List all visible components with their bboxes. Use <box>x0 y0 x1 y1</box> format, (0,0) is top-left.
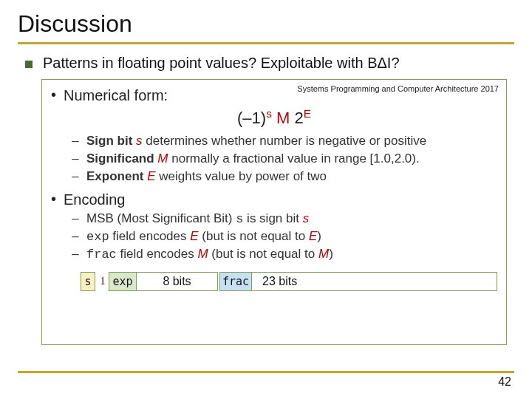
section-encoding: • Encoding <box>51 191 497 208</box>
line-sign: – Sign bit s determines whether number i… <box>72 134 497 149</box>
dash-icon: – <box>72 211 79 226</box>
bullet-level1: Patterns in floating point values? Explo… <box>25 55 511 72</box>
footer: 42 <box>18 371 514 389</box>
section-label: Encoding <box>64 191 125 208</box>
field-exp-width: 8 bits <box>137 272 218 291</box>
line-sign-text: Sign bit s determines whether number is … <box>86 134 426 149</box>
page-number: 42 <box>18 375 514 389</box>
line-significand-text: Significand M normally a fractional valu… <box>86 151 420 166</box>
line-msb: – MSB (Most Significant Bit) s is sign b… <box>72 211 497 226</box>
formula: (–1)s M 2E <box>51 107 497 128</box>
slide: Discussion Patterns in floating point va… <box>0 0 532 399</box>
field-exp: exp <box>109 272 137 291</box>
section-label: Numerical form: <box>64 87 168 104</box>
citation: Systems Programming and Computer Archite… <box>297 84 499 93</box>
formula-neg1: (–1) <box>237 109 266 127</box>
line-exponent-text: Exponent E weights value by power of two <box>86 169 327 184</box>
field-frac: frac <box>219 272 252 291</box>
dash-icon: – <box>72 229 79 244</box>
bullet-square-icon <box>25 61 33 68</box>
formula-s: s <box>266 107 272 120</box>
field-sign-width: 1 <box>95 272 109 291</box>
formula-e: E <box>304 107 311 120</box>
footer-rule <box>18 371 514 373</box>
line-enc-frac-text: frac field encodes M (but is not equal t… <box>86 247 333 262</box>
line-enc-exp: – exp field encodes E (but is not equal … <box>72 229 497 244</box>
line-msb-text: MSB (Most Significant Bit) s is sign bit… <box>86 211 309 226</box>
line-significand: – Significand M normally a fractional va… <box>72 151 497 166</box>
line-enc-frac: – frac field encodes M (but is not equal… <box>72 247 497 262</box>
slide-body: Patterns in floating point values? Explo… <box>18 44 514 345</box>
line-enc-exp-text: exp field encodes E (but is not equal to… <box>86 229 321 244</box>
dash-icon: – <box>72 134 79 149</box>
formula-2: 2 <box>294 109 303 127</box>
bullet-dot-icon: • <box>51 191 56 208</box>
dash-icon: – <box>72 247 79 262</box>
line-exponent: – Exponent E weights value by power of t… <box>72 169 497 184</box>
formula-m: M <box>272 109 295 127</box>
slide-title: Discussion <box>18 10 514 38</box>
bullet-dot-icon: • <box>51 87 56 104</box>
dash-icon: – <box>72 151 79 166</box>
content-panel: Systems Programming and Computer Archite… <box>41 79 507 345</box>
dash-icon: – <box>72 169 79 184</box>
field-sign: s <box>81 272 95 291</box>
field-frac-width: 23 bits <box>252 272 497 291</box>
bullet-text: Patterns in floating point values? Explo… <box>43 55 400 72</box>
bitfield-diagram: s 1 exp 8 bits frac 23 bits <box>81 272 497 291</box>
